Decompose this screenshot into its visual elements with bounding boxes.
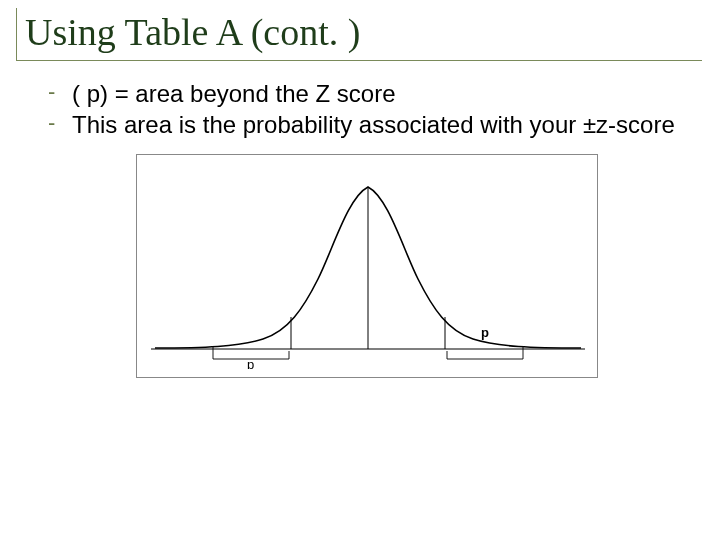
left-tail-label: p	[247, 357, 254, 369]
slide-title: Using Table A (cont. )	[25, 8, 702, 54]
list-item: This area is the probability associated …	[42, 110, 692, 139]
figure: p p	[136, 154, 598, 378]
title-container: Using Table A (cont. )	[16, 8, 702, 61]
list-item: ( p) = area beyond the Z score	[42, 79, 692, 108]
bullet-list: ( p) = area beyond the Z score This area…	[42, 79, 692, 140]
slide: Using Table A (cont. ) ( p) = area beyon…	[0, 0, 720, 540]
figure-frame: p p	[136, 154, 598, 378]
slide-body: ( p) = area beyond the Z score This area…	[18, 61, 702, 378]
right-tail-label: p	[481, 325, 489, 340]
normal-curve-icon: p p	[143, 159, 593, 369]
